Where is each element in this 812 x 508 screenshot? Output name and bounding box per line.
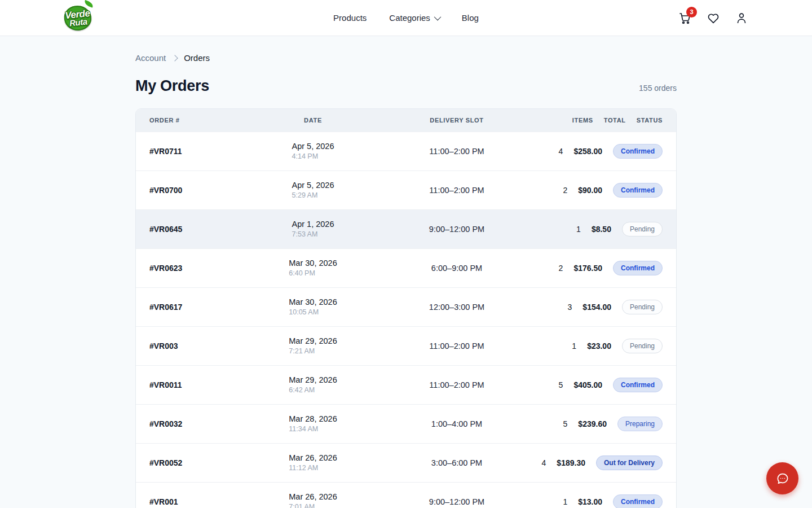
right-cell-group: 2$90.00Confirmed	[539, 183, 663, 198]
order-id: #VR0700	[149, 186, 182, 195]
nav-link-categories[interactable]: Categories	[389, 13, 439, 23]
nav-link-products[interactable]: Products	[333, 13, 367, 23]
order-row[interactable]: #VR0052Mar 26, 202611:12 AM3:00–6:00 PM4…	[136, 443, 676, 482]
date-block: Mar 26, 20267:01 AM	[289, 492, 337, 508]
orders-table: ORDER # DATE DELIVERY SLOT ITEMS TOTAL S…	[135, 108, 677, 508]
status-badge: Pending	[622, 300, 663, 314]
order-total: $258.00	[573, 147, 602, 156]
order-row[interactable]: #VR0645Apr 1, 20267:53 AM9:00–12:00 PM1$…	[136, 209, 676, 248]
status-badge: Preparing	[617, 417, 663, 431]
header-total: TOTAL	[604, 117, 626, 124]
right-cell-group: 3$154.00Pending	[539, 300, 663, 314]
status-badge: Out for Delivery	[596, 456, 663, 470]
order-date: Mar 26, 2026	[289, 453, 337, 462]
order-row[interactable]: #VR001Mar 26, 20267:01 AM9:00–12:00 PM1$…	[136, 482, 676, 508]
order-row[interactable]: #VR0623Mar 30, 20266:40 PM6:00–9:00 PM2$…	[136, 248, 676, 287]
slot-cell: 9:00–12:00 PM	[375, 224, 539, 234]
header-date: DATE	[251, 117, 375, 124]
date-block: Apr 5, 20265:29 AM	[292, 181, 334, 199]
order-id: #VR0052	[149, 458, 182, 467]
table-header-row: ORDER # DATE DELIVERY SLOT ITEMS TOTAL S…	[136, 109, 676, 132]
order-row[interactable]: #VR003Mar 29, 20267:21 AM11:00–2:00 PM1$…	[136, 326, 676, 365]
right-cell-group: 1$23.00Pending	[539, 339, 663, 353]
items-count: 3	[568, 303, 572, 312]
slot-cell: 9:00–12:00 PM	[375, 497, 539, 507]
cart-button[interactable]: 3	[678, 11, 692, 25]
items-count: 5	[559, 380, 563, 389]
delivery-slot: 12:00–3:00 PM	[429, 303, 484, 312]
order-total: $8.50	[592, 225, 611, 234]
breadcrumb-account[interactable]: Account	[135, 53, 166, 63]
items-count: 1	[576, 225, 581, 234]
order-cell: #VR001	[149, 497, 251, 507]
order-time: 6:42 AM	[289, 386, 337, 394]
order-id: #VR0623	[149, 264, 182, 273]
header-order: ORDER #	[149, 117, 251, 124]
account-button[interactable]	[734, 11, 749, 25]
order-cell: #VR0623	[149, 263, 251, 273]
order-row[interactable]: #VR0711Apr 5, 20264:14 PM11:00–2:00 PM4$…	[136, 132, 676, 170]
wishlist-button[interactable]	[706, 11, 721, 25]
primary-nav: Products Categories Blog	[333, 13, 479, 23]
date-cell: Mar 30, 20266:40 PM	[251, 259, 375, 278]
order-cell: #VR0700	[149, 185, 251, 195]
right-cell-group: 4$258.00Confirmed	[539, 144, 663, 159]
order-id: #VR003	[149, 341, 178, 351]
order-row[interactable]: #VR0617Mar 30, 202610:05 AM12:00–3:00 PM…	[136, 287, 676, 326]
order-total: $90.00	[578, 186, 602, 195]
slot-cell: 6:00–9:00 PM	[375, 263, 539, 273]
order-date: Apr 1, 2026	[292, 220, 334, 229]
chat-bubble-icon	[775, 471, 790, 486]
right-cell-group: 1$13.00Confirmed	[539, 494, 663, 508]
date-cell: Mar 29, 20266:42 AM	[251, 375, 375, 395]
right-cell-group: 1$8.50Pending	[539, 222, 663, 237]
date-block: Mar 28, 202611:34 AM	[289, 414, 337, 433]
slot-cell: 11:00–2:00 PM	[375, 185, 539, 195]
nav-link-categories-label: Categories	[389, 13, 430, 23]
slot-cell: 12:00–3:00 PM	[375, 302, 539, 312]
items-count: 4	[559, 147, 563, 156]
order-date: Apr 5, 2026	[292, 142, 334, 151]
order-time: 5:29 AM	[292, 191, 334, 199]
order-row[interactable]: #VR0032Mar 28, 202611:34 AM1:00–4:00 PM5…	[136, 404, 676, 443]
delivery-slot: 11:00–2:00 PM	[429, 341, 484, 351]
nav-link-blog[interactable]: Blog	[462, 13, 479, 23]
order-row[interactable]: #VR0011Mar 29, 20266:42 AM11:00–2:00 PM5…	[136, 365, 676, 404]
order-time: 7:53 AM	[292, 230, 334, 238]
order-cell: #VR0645	[149, 224, 251, 234]
delivery-slot: 11:00–2:00 PM	[429, 380, 484, 389]
order-date: Mar 26, 2026	[289, 492, 337, 501]
items-count: 5	[563, 419, 568, 428]
date-cell: Mar 29, 20267:21 AM	[251, 336, 375, 356]
order-cell: #VR0032	[149, 419, 251, 429]
order-id: #VR0032	[149, 419, 182, 428]
order-cell: #VR0011	[149, 380, 251, 390]
order-date: Mar 30, 2026	[289, 259, 337, 268]
table-body: #VR0711Apr 5, 20264:14 PM11:00–2:00 PM4$…	[136, 132, 676, 508]
order-time: 7:01 AM	[289, 503, 337, 508]
delivery-slot: 9:00–12:00 PM	[429, 497, 484, 506]
order-total: $405.00	[573, 380, 602, 389]
delivery-slot: 3:00–6:00 PM	[431, 458, 482, 467]
order-row[interactable]: #VR0700Apr 5, 20265:29 AM11:00–2:00 PM2$…	[136, 170, 676, 209]
chat-button[interactable]	[766, 462, 798, 494]
date-block: Apr 5, 20264:14 PM	[292, 142, 334, 160]
order-id: #VR0645	[149, 225, 182, 234]
brand-logo[interactable]: Verde Ruta	[62, 3, 94, 33]
status-badge: Confirmed	[613, 494, 663, 508]
chevron-down-icon	[434, 14, 441, 21]
header-slot: DELIVERY SLOT	[375, 117, 539, 124]
order-cell: #VR0617	[149, 302, 251, 312]
order-date: Mar 29, 2026	[289, 375, 337, 384]
date-cell: Mar 26, 20267:01 AM	[251, 492, 375, 508]
date-cell: Apr 5, 20264:14 PM	[251, 142, 375, 161]
order-total: $23.00	[587, 341, 611, 351]
order-date: Mar 29, 2026	[289, 336, 337, 345]
cart-badge: 3	[686, 7, 697, 17]
order-time: 6:40 PM	[289, 269, 337, 277]
order-total: $189.30	[557, 458, 585, 467]
date-block: Mar 30, 202610:05 AM	[289, 297, 337, 316]
order-date: Mar 30, 2026	[289, 297, 337, 306]
brand-word-2: Ruta	[69, 17, 88, 27]
header-items: ITEMS	[572, 117, 593, 124]
